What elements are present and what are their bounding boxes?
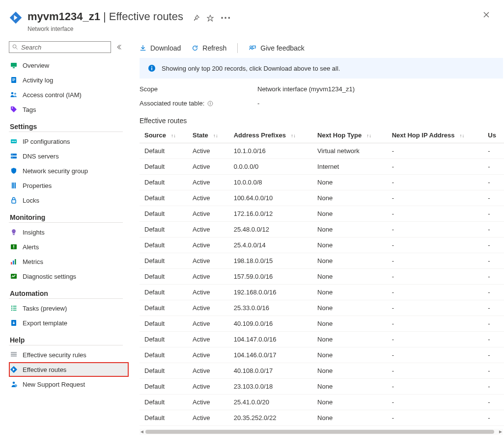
cell-state: Active <box>188 300 229 316</box>
table-row[interactable]: DefaultActive40.109.0.0/16None-- <box>140 316 504 332</box>
sidebar-item-network-security-group[interactable]: Network security group <box>9 163 129 178</box>
table-row[interactable]: DefaultActive100.64.0.0/10None-- <box>140 190 504 206</box>
cell-source: Default <box>140 237 188 253</box>
sidebar-item-export-template[interactable]: Export template <box>9 316 129 330</box>
sort-icon[interactable]: ↑↓ <box>171 133 176 138</box>
table-row[interactable]: DefaultActive20.35.252.0/22None-- <box>140 410 504 426</box>
pin-icon[interactable] <box>193 15 200 22</box>
cell-us: - <box>483 379 504 395</box>
sidebar-item-new-support-request[interactable]: New Support Request <box>9 377 129 392</box>
collapse-sidebar-icon[interactable] <box>115 43 123 51</box>
table-row[interactable]: DefaultActive172.16.0.0/12None-- <box>140 206 504 222</box>
sort-icon[interactable]: ↑↓ <box>460 133 465 138</box>
refresh-button[interactable]: Refresh <box>192 44 226 52</box>
cell-source: Default <box>140 363 188 379</box>
table-row[interactable]: DefaultActive104.146.0.0/17None-- <box>140 347 504 363</box>
bulb-icon <box>10 228 18 236</box>
cell-source: Default <box>140 159 188 175</box>
table-row[interactable]: DefaultActive0.0.0.0/0Internet-- <box>140 159 504 175</box>
download-button[interactable]: Download <box>140 44 181 52</box>
table-row[interactable]: DefaultActive192.168.0.0/16None-- <box>140 285 504 300</box>
search-placeholder: Search <box>21 44 41 51</box>
page-header: myvm1234_z1 | Effective routes ··· Netwo… <box>0 0 504 37</box>
scroll-thumb[interactable] <box>145 430 494 434</box>
column-header[interactable]: Next Hop IP Address↑↓ <box>387 128 483 143</box>
sidebar-item-activity-log[interactable]: Activity log <box>9 73 129 87</box>
table-row[interactable]: DefaultActive198.18.0.0/15None-- <box>140 253 504 269</box>
sidebar-item-label: IP configurations <box>23 138 70 145</box>
section-help: Help <box>9 330 123 345</box>
table-row[interactable]: DefaultActive23.103.0.0/18None-- <box>140 379 504 395</box>
info-small-icon[interactable] <box>207 101 213 106</box>
toolbar-separator <box>237 43 238 53</box>
cell-hop: None <box>312 395 387 410</box>
table-row[interactable]: DefaultActive25.48.0.0/12None-- <box>140 222 504 237</box>
diag-icon <box>10 272 18 280</box>
cell-source: Default <box>140 316 188 332</box>
sidebar-item-effective-routes[interactable]: Effective routes <box>9 362 129 377</box>
sidebar-item-access-control-iam-[interactable]: Access control (IAM) <box>9 87 129 102</box>
sidebar-item-ip-configurations[interactable]: IP configurations <box>9 134 129 149</box>
log-icon <box>10 76 18 84</box>
table-row[interactable]: DefaultActive104.147.0.0/16None-- <box>140 332 504 347</box>
cell-source: Default <box>140 379 188 395</box>
search-input[interactable]: Search <box>9 41 111 53</box>
feedback-button[interactable]: Give feedback <box>249 44 305 52</box>
table-row[interactable]: DefaultActive25.4.0.0/14None-- <box>140 237 504 253</box>
table-row[interactable]: DefaultActive157.59.0.0/16None-- <box>140 269 504 285</box>
sort-icon[interactable]: ↑↓ <box>366 133 371 138</box>
horizontal-scrollbar[interactable]: ◄ ► <box>140 429 503 435</box>
cell-us: - <box>483 285 504 300</box>
svg-point-29 <box>11 306 12 307</box>
sidebar-item-tasks-preview-[interactable]: Tasks (preview) <box>9 301 129 316</box>
sort-icon[interactable]: ↑↓ <box>291 133 296 138</box>
sidebar-item-metrics[interactable]: Metrics <box>9 254 129 269</box>
table-row[interactable]: DefaultActive40.108.0.0/17None-- <box>140 363 504 379</box>
column-header[interactable]: State↑↓ <box>188 128 229 143</box>
sidebar-item-label: Export template <box>23 319 67 327</box>
column-header[interactable]: Source↑↓ <box>140 128 188 143</box>
close-button[interactable] <box>480 9 492 21</box>
cell-prefix: 172.16.0.0/12 <box>229 206 312 222</box>
feedback-icon <box>249 45 256 52</box>
sidebar-item-properties[interactable]: Properties <box>9 178 129 193</box>
more-icon[interactable]: ··· <box>221 12 231 25</box>
table-row[interactable]: DefaultActive25.33.0.0/16None-- <box>140 300 504 316</box>
svg-rect-13 <box>13 141 14 142</box>
table-row[interactable]: DefaultActive10.0.0.0/8None-- <box>140 175 504 190</box>
scroll-right-icon[interactable]: ► <box>498 429 503 435</box>
column-header[interactable]: Us <box>483 128 504 143</box>
table-row[interactable]: DefaultActive25.41.0.0/20None-- <box>140 395 504 410</box>
cell-source: Default <box>140 222 188 237</box>
cell-source: Default <box>140 410 188 426</box>
cell-us: - <box>483 222 504 237</box>
sort-icon[interactable]: ↑↓ <box>213 133 218 138</box>
cell-us: - <box>483 395 504 410</box>
cell-hop: None <box>312 253 387 269</box>
sidebar-item-insights[interactable]: Insights <box>9 225 129 239</box>
cell-source: Default <box>140 253 188 269</box>
cell-state: Active <box>188 222 229 237</box>
sidebar-item-effective-security-rules[interactable]: Effective security rules <box>9 347 129 362</box>
cell-ip: - <box>387 300 483 316</box>
svg-rect-44 <box>151 68 152 71</box>
svg-rect-30 <box>13 306 17 307</box>
sidebar-item-dns-servers[interactable]: DNS servers <box>9 149 129 163</box>
sidebar-item-locks[interactable]: Locks <box>9 193 129 208</box>
sidebar-item-alerts[interactable]: Alerts <box>9 239 129 254</box>
sidebar-item-overview[interactable]: Overview <box>9 58 129 73</box>
cell-source: Default <box>140 269 188 285</box>
column-header[interactable]: Next Hop Type↑↓ <box>312 128 387 143</box>
scroll-left-icon[interactable]: ◄ <box>140 429 144 435</box>
cell-source: Default <box>140 347 188 363</box>
sidebar-item-diagnostic-settings[interactable]: Diagnostic settings <box>9 269 129 284</box>
column-header[interactable]: Address Prefixes↑↓ <box>229 128 312 143</box>
cell-state: Active <box>188 285 229 300</box>
table-row[interactable]: DefaultActive10.1.0.0/16Virtual network-… <box>140 143 504 159</box>
cell-ip: - <box>387 316 483 332</box>
cell-source: Default <box>140 206 188 222</box>
cell-us: - <box>483 300 504 316</box>
sidebar-item-tags[interactable]: Tags <box>9 102 129 117</box>
favorite-icon[interactable] <box>207 15 214 22</box>
cell-hop: None <box>312 206 387 222</box>
